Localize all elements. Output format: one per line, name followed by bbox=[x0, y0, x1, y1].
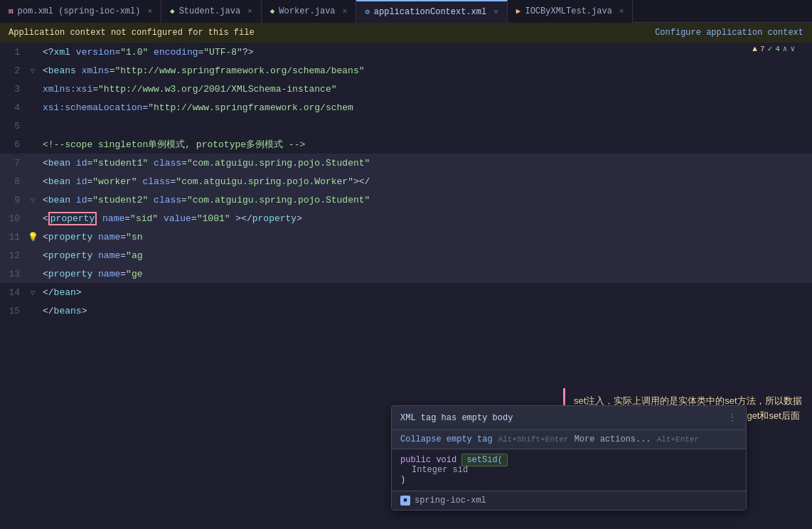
tab-pom[interactable]: m pom.xml (spring-ioc-xml) × bbox=[0, 0, 161, 23]
line-5: 5 bbox=[0, 117, 812, 135]
line-10: 10 <property name="sid" value="1001" ></… bbox=[0, 209, 812, 228]
project-icon: ■ bbox=[400, 496, 410, 506]
ln-2: 2 bbox=[0, 65, 26, 76]
code-4: xsi:schemaLocation="http://www.springfra… bbox=[40, 102, 353, 113]
tab-student[interactable]: ◆ Student.java × bbox=[161, 0, 262, 23]
line-4: 4 xsi:schemaLocation="http://www.springf… bbox=[0, 98, 812, 117]
line-14: 14 ▽ </bean> bbox=[0, 283, 812, 301]
ln-6: 6 bbox=[0, 139, 26, 150]
ln-10: 10 bbox=[0, 213, 26, 224]
collapse-shortcut: Alt+Shift+Enter bbox=[498, 435, 569, 444]
fold-11: 💡 bbox=[26, 232, 40, 242]
check-symbol: ✓ bbox=[768, 44, 773, 53]
nav-down-arrow[interactable]: ∨ bbox=[790, 44, 795, 53]
code-9: <bean id="student2" class="com.atguigu.s… bbox=[40, 195, 370, 205]
fold-9[interactable]: ▽ bbox=[26, 196, 40, 205]
line-8: 8 <bean id="worker" class="com.atguigu.s… bbox=[0, 172, 812, 191]
check-count: 4 bbox=[775, 45, 780, 53]
tooltip-code-line2: Integer sid bbox=[400, 465, 737, 475]
line-6: 6 <!--scope singleton单例模式, prototype多例模式… bbox=[0, 135, 812, 154]
code-11: <property name="sn bbox=[40, 232, 142, 242]
tooltip-title: XML tag has empty body bbox=[400, 413, 513, 423]
tab-label-appctx: applicationContext.xml bbox=[374, 7, 486, 17]
code-12: <property name="ag bbox=[40, 250, 142, 261]
fold-2[interactable]: ▽ bbox=[26, 66, 40, 75]
tooltip-code-line3: ) bbox=[400, 475, 737, 485]
ln-8: 8 bbox=[0, 176, 26, 187]
code-10: <property name="sid" value="1001" ></pro… bbox=[40, 213, 302, 224]
tab-bar: m pom.xml (spring-ioc-xml) × ◆ Student.j… bbox=[0, 0, 812, 23]
line-13: 13 <property name="ge bbox=[0, 264, 812, 283]
tab-worker[interactable]: ◆ Worker.java × bbox=[262, 0, 356, 23]
code-keyword: public void bbox=[400, 455, 461, 465]
tab-label-worker: Worker.java bbox=[279, 6, 335, 16]
tab-ioctest[interactable]: ▶ IOCByXMLTest.java × bbox=[508, 0, 634, 23]
code-6: <!--scope singleton单例模式, prototype多例模式 -… bbox=[40, 138, 305, 151]
line-15: 15 </beans> bbox=[0, 301, 812, 320]
ln-3: 3 bbox=[0, 84, 26, 95]
tab-icon-appctx: ⚙ bbox=[365, 7, 370, 16]
collapse-empty-tag-link[interactable]: Collapse empty tag bbox=[400, 434, 493, 444]
ln-9: 9 bbox=[0, 195, 26, 205]
ln-15: 15 bbox=[0, 306, 26, 316]
ln-7: 7 bbox=[0, 158, 26, 169]
nav-up-arrow[interactable]: ∧ bbox=[783, 44, 788, 53]
tooltip-header: XML tag has empty body ⋮ bbox=[392, 406, 746, 430]
code-2: <beans xmlns="http://www.springframework… bbox=[40, 65, 365, 76]
code-3: xmlns:xsi="http://www.w3.org/2001/XMLSch… bbox=[40, 84, 337, 95]
more-shortcut: Alt+Enter bbox=[657, 435, 699, 444]
ln-12: 12 bbox=[0, 250, 26, 261]
line-12: 12 <property name="ag bbox=[0, 246, 812, 264]
tab-close-ioctest[interactable]: × bbox=[619, 7, 624, 16]
ln-11: 11 bbox=[0, 232, 26, 242]
tooltip-code-line1: public void setSid( bbox=[400, 455, 737, 465]
tooltip-code-block: public void setSid( Integer sid ) bbox=[392, 449, 746, 491]
tab-close-appctx[interactable]: × bbox=[493, 8, 498, 16]
tab-label-pom: pom.xml (spring-ioc-xml) bbox=[18, 6, 141, 16]
tooltip-popup: XML tag has empty body ⋮ Collapse empty … bbox=[391, 405, 747, 511]
line-2: 2 ▽ <beans xmlns="http://www.springframe… bbox=[0, 61, 812, 80]
warn-symbol: ▲ bbox=[752, 45, 757, 53]
method-name: setSid( bbox=[466, 455, 502, 465]
warning-message: Application context not configured for t… bbox=[9, 28, 255, 38]
ln-1: 1 bbox=[0, 47, 26, 58]
code-14: </bean> bbox=[40, 287, 82, 298]
ln-14: 14 bbox=[0, 287, 26, 298]
tooltip-actions: Collapse empty tag Alt+Shift+Enter More … bbox=[392, 430, 746, 449]
fold-14[interactable]: ▽ bbox=[26, 288, 40, 297]
warn-indicator: ▲ 7 ✓ 4 ∧ ∨ bbox=[752, 44, 795, 53]
editor-area: ▲ 7 ✓ 4 ∧ ∨ 1 <?xml version="1.0" encodi… bbox=[0, 43, 812, 529]
bulb-icon[interactable]: 💡 bbox=[28, 233, 38, 242]
line-11: 11 💡 <property name="sn bbox=[0, 228, 812, 246]
tab-close-student[interactable]: × bbox=[247, 7, 252, 16]
ln-4: 4 bbox=[0, 102, 26, 113]
more-actions-link[interactable]: More actions... bbox=[575, 434, 651, 444]
tab-label-student: Student.java bbox=[179, 6, 240, 16]
tooltip-footer: ■ spring-ioc-xml bbox=[392, 491, 746, 510]
tab-appctx[interactable]: ⚙ applicationContext.xml × bbox=[356, 0, 508, 23]
line-9: 9 ▽ <bean id="student2" class="com.atgui… bbox=[0, 191, 812, 209]
tab-label-ioctest: IOCByXMLTest.java bbox=[525, 6, 611, 16]
tab-close-worker[interactable]: × bbox=[343, 7, 348, 16]
tab-icon-student: ◆ bbox=[170, 6, 175, 16]
configure-link[interactable]: Configure application context bbox=[655, 28, 803, 38]
code-8: <bean id="worker" class="com.atguigu.spr… bbox=[40, 176, 370, 187]
tab-icon-ioctest: ▶ bbox=[516, 6, 521, 16]
code-panel: ▲ 7 ✓ 4 ∧ ∨ 1 <?xml version="1.0" encodi… bbox=[0, 43, 812, 529]
code-7: <bean id="student1" class="com.atguigu.s… bbox=[40, 158, 370, 169]
ln-5: 5 bbox=[0, 121, 26, 132]
code-13: <property name="ge bbox=[40, 269, 142, 279]
code-15: </beans> bbox=[40, 306, 87, 316]
line-1: 1 <?xml version="1.0" encoding="UTF-8"?> bbox=[0, 43, 812, 61]
warning-bar: Application context not configured for t… bbox=[0, 23, 812, 43]
warn-count: 7 bbox=[760, 45, 765, 53]
line-3: 3 xmlns:xsi="http://www.w3.org/2001/XMLS… bbox=[0, 80, 812, 98]
tab-close-pom[interactable]: × bbox=[147, 7, 152, 16]
tab-icon-worker: ◆ bbox=[270, 6, 275, 16]
method-box: setSid( bbox=[461, 454, 507, 466]
line-7: 7 <bean id="student1" class="com.atguigu… bbox=[0, 154, 812, 172]
tooltip-menu-icon[interactable]: ⋮ bbox=[727, 412, 737, 424]
ln-13: 13 bbox=[0, 269, 26, 279]
code-1: <?xml version="1.0" encoding="UTF-8"?> bbox=[40, 47, 254, 58]
project-name: spring-ioc-xml bbox=[415, 496, 486, 506]
